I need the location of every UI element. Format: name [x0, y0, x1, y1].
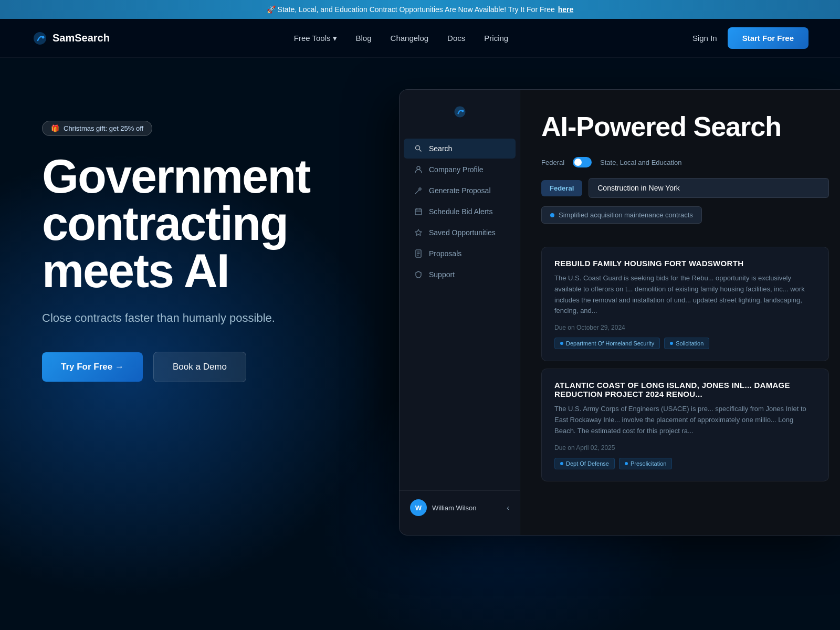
filter-dot [550, 213, 554, 217]
logo-text: SamSearch [52, 32, 110, 44]
tag-dot [625, 462, 628, 465]
gift-icon: 🎁 [51, 124, 59, 132]
federal-toggle-label: Federal [541, 159, 564, 166]
result-description: The U.S. Coast Guard is seeking bids for… [554, 273, 816, 317]
star-icon [414, 228, 423, 237]
calendar-icon [414, 207, 423, 216]
state-local-toggle-label: State, Local and Education [600, 159, 681, 166]
sidebar-item-search[interactable]: Search [404, 139, 516, 159]
nav-docs[interactable]: Docs [447, 34, 465, 43]
hero-subheadline: Close contracts faster than humanly poss… [42, 309, 284, 327]
federal-badge[interactable]: Federal [541, 180, 582, 196]
nav-changelog[interactable]: Changelog [391, 34, 429, 43]
result-tag[interactable]: Presolicitation [619, 458, 672, 469]
app-screenshot-container: Search Company Profile Generate Proposal [399, 89, 840, 536]
nav-pricing[interactable]: Pricing [484, 34, 508, 43]
sidebar-collapse-button[interactable]: ‹ [507, 503, 509, 512]
svg-point-3 [417, 166, 420, 170]
search-bar-row: Federal [541, 178, 829, 198]
sidebar-item-proposals[interactable]: Proposals [404, 244, 516, 264]
result-due-date: Due on April 02, 2025 [554, 444, 816, 452]
svg-rect-4 [415, 209, 422, 215]
result-tag-label: Presolicitation [631, 460, 666, 467]
svg-point-0 [42, 36, 45, 38]
chevron-down-icon: ▾ [333, 34, 337, 43]
result-tag-label: Department Of Homeland Security [566, 340, 654, 346]
nav-cta-group: Sign In Start For Free [692, 27, 808, 49]
nav-links: Free Tools ▾ Blog Changelog Docs Pricing [294, 34, 508, 43]
sidebar-item-proposals-label: Proposals [429, 249, 461, 258]
announcement-link[interactable]: here [558, 5, 574, 14]
result-tags: Department Of Homeland Security Solicita… [554, 338, 816, 349]
hero-section: 🎁 Christmas gift: get 25% off Government… [0, 58, 840, 630]
sidebar-item-support[interactable]: Support [404, 265, 516, 285]
result-tag-label: Dept Of Defense [566, 460, 609, 467]
sidebar-item-schedule-bid[interactable]: Schedule Bid Alerts [404, 202, 516, 222]
sidebar-user-name: William Wilson [432, 504, 477, 512]
tag-dot [670, 342, 673, 345]
result-card[interactable]: REBUILD FAMILY HOUSING FORT WADSWORTH Th… [541, 247, 829, 361]
avatar: W [410, 499, 427, 516]
filter-tag-text: Simplified acquisition maintenance contr… [559, 211, 693, 219]
document-icon [414, 249, 423, 258]
sidebar-footer: W William Wilson ‹ [400, 490, 520, 524]
tag-dot [560, 462, 563, 465]
try-for-free-button[interactable]: Try For Free → [42, 352, 143, 382]
result-tag-label: Solicitation [676, 340, 704, 346]
tag-dot [560, 342, 563, 345]
result-card[interactable]: ATLANTIC COAST OF LONG ISLAND, JONES INL… [541, 369, 829, 481]
svg-point-1 [461, 110, 464, 112]
announcement-bar: 🚀 State, Local, and Education Contract O… [0, 0, 840, 19]
gift-badge: 🎁 Christmas gift: get 25% off [42, 121, 152, 136]
result-due-date: Due on October 29, 2024 [554, 324, 816, 331]
sidebar-item-support-label: Support [429, 270, 455, 279]
logo-icon [32, 30, 48, 47]
results-list: REBUILD FAMILY HOUSING FORT WADSWORTH Th… [520, 247, 840, 535]
search-icon [414, 144, 423, 153]
sidebar-logo [400, 100, 520, 123]
federal-state-toggle[interactable] [573, 157, 592, 167]
search-input[interactable] [589, 178, 829, 198]
app-sidebar: Search Company Profile Generate Proposal [400, 90, 520, 535]
svg-point-2 [416, 146, 420, 150]
announcement-text: 🚀 State, Local, and Education Contract O… [267, 5, 555, 14]
wand-icon [414, 186, 423, 195]
search-toggle-row: Federal State, Local and Education [541, 157, 829, 167]
shield-icon [414, 270, 423, 279]
app-main: AI-Powered Search Federal State, Local a… [520, 90, 840, 535]
nav-blog[interactable]: Blog [356, 34, 372, 43]
book-demo-button[interactable]: Book a Demo [153, 352, 246, 382]
sidebar-item-saved-label: Saved Opportunities [429, 228, 496, 237]
person-icon [414, 165, 423, 174]
filter-tag[interactable]: Simplified acquisition maintenance contr… [541, 206, 702, 224]
sidebar-item-search-label: Search [429, 144, 452, 153]
ai-powered-search-title: AI-Powered Search [541, 111, 829, 142]
hero-left: 🎁 Christmas gift: get 25% off Government… [0, 58, 357, 414]
sign-in-button[interactable]: Sign In [692, 34, 717, 43]
result-tag[interactable]: Dept Of Defense [554, 458, 615, 469]
result-tag[interactable]: Department Of Homeland Security [554, 338, 660, 349]
result-description: The U.S. Army Corps of Engineers (USACE)… [554, 404, 816, 436]
result-title: ATLANTIC COAST OF LONG ISLAND, JONES INL… [554, 381, 816, 398]
hero-cta-group: Try For Free → Book a Demo [42, 352, 357, 382]
hero-headline: Government contracting meets AI [42, 153, 357, 295]
logo[interactable]: SamSearch [32, 30, 110, 47]
app-screenshot: Search Company Profile Generate Proposal [399, 89, 840, 536]
result-tag[interactable]: Solicitation [664, 338, 709, 349]
start-for-free-button[interactable]: Start For Free [728, 27, 808, 49]
sidebar-item-proposal-label: Generate Proposal [429, 186, 491, 195]
app-main-header: AI-Powered Search Federal State, Local a… [520, 90, 840, 247]
sidebar-item-saved-opportunities[interactable]: Saved Opportunities [404, 223, 516, 243]
sidebar-item-generate-proposal[interactable]: Generate Proposal [404, 181, 516, 201]
navbar: SamSearch Free Tools ▾ Blog Changelog Do… [0, 19, 840, 58]
result-title: REBUILD FAMILY HOUSING FORT WADSWORTH [554, 259, 816, 268]
sidebar-item-company-profile[interactable]: Company Profile [404, 160, 516, 180]
result-tags: Dept Of Defense Presolicitation [554, 458, 816, 469]
sidebar-item-bid-alerts-label: Schedule Bid Alerts [429, 207, 492, 216]
nav-free-tools[interactable]: Free Tools ▾ [294, 34, 337, 43]
sidebar-item-company-label: Company Profile [429, 165, 484, 174]
gift-badge-text: Christmas gift: get 25% off [64, 124, 143, 132]
